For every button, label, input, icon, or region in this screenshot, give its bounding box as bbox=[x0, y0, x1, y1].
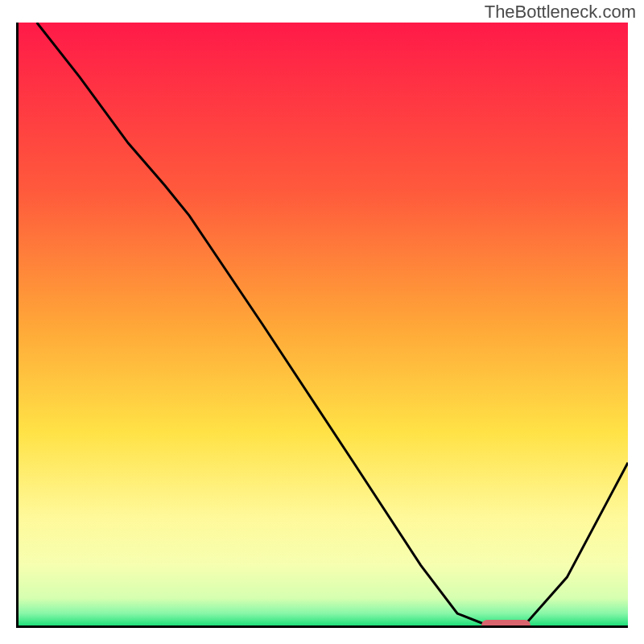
watermark-text: TheBottleneck.com bbox=[485, 2, 636, 23]
bottleneck-curve bbox=[19, 23, 628, 625]
plot-area bbox=[16, 23, 628, 628]
chart-container: TheBottleneck.com bbox=[0, 0, 644, 644]
optimal-marker bbox=[481, 620, 530, 628]
